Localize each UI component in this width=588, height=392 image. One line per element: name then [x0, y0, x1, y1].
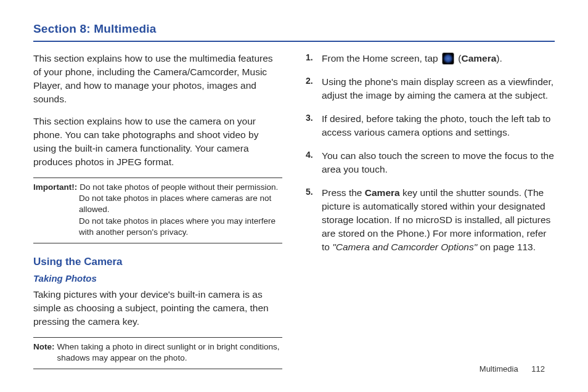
heading-using-camera: Using the Camera: [33, 255, 282, 269]
note-block: Note: When taking a photo in direct sunl…: [33, 337, 282, 369]
step-5-reference: "Camera and Camcorder Options": [332, 242, 477, 252]
important-line-3: Do not take photos in places where you m…: [33, 216, 282, 238]
camera-icon: [442, 52, 454, 65]
step-5: Press the Camera key until the shutter s…: [306, 186, 555, 254]
steps-list: From the Home screen, tap (Camera). Usin…: [306, 52, 555, 254]
step-1-text-a: From the Home screen, tap: [322, 53, 441, 63]
intro-paragraph-2: This section explains how to use the cam…: [33, 115, 282, 169]
important-block: Important!: Do not take photos of people…: [33, 178, 282, 243]
important-line-1: Do not take photos of people without the…: [77, 182, 278, 193]
step-5-text-a: Press the: [322, 187, 365, 198]
step-5-text-c: on page 113.: [477, 242, 536, 252]
step-1-text-c: ).: [496, 53, 502, 63]
footer-chapter: Multimedia: [480, 364, 518, 374]
taking-photos-paragraph: Taking pictures with your device's built…: [33, 288, 282, 329]
note-label: Note:: [33, 341, 55, 364]
step-1-camera-label: Camera: [461, 53, 496, 63]
heading-taking-photos: Taking Photos: [33, 272, 282, 285]
content-columns: This section explains how to use the mul…: [33, 52, 555, 380]
important-label: Important!:: [33, 182, 77, 193]
step-3: If desired, before taking the photo, tou…: [306, 112, 555, 139]
footer-page-number: 112: [531, 364, 545, 374]
step-5-camera-label: Camera: [365, 187, 400, 198]
step-4: You can also touch the screen to move th…: [306, 149, 555, 176]
step-1: From the Home screen, tap (Camera).: [306, 52, 555, 65]
step-2: Using the phone's main display screen as…: [306, 75, 555, 102]
intro-paragraph-1: This section explains how to use the mul…: [33, 52, 282, 106]
left-column: This section explains how to use the mul…: [33, 52, 282, 380]
section-title: Section 8: Multimedia: [33, 22, 555, 36]
page-footer: Multimedia 112: [480, 364, 545, 374]
right-column: From the Home screen, tap (Camera). Usin…: [306, 52, 555, 380]
title-divider: [33, 41, 555, 42]
note-text: When taking a photo in direct sunlight o…: [55, 341, 283, 364]
important-line-2: Do not take photos in places where camer…: [33, 193, 282, 215]
